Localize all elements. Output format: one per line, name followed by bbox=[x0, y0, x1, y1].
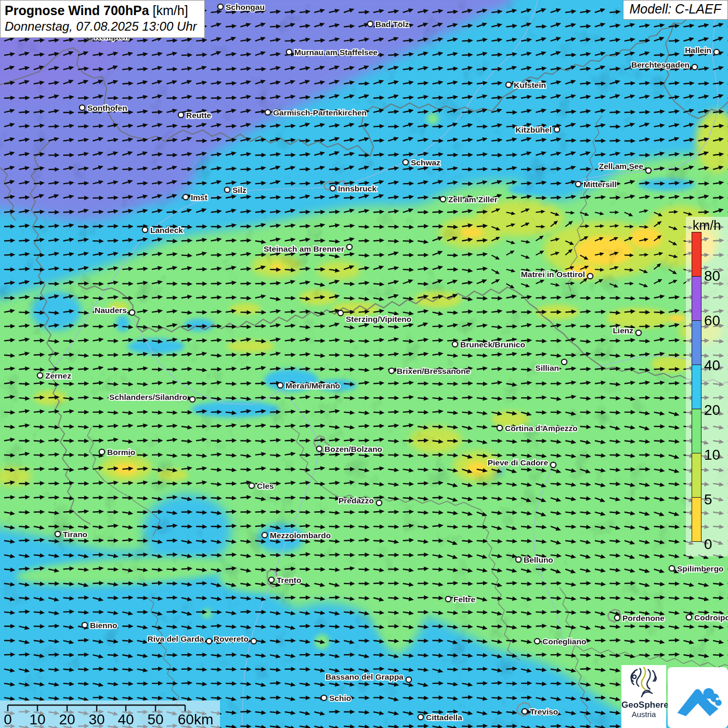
city-label: Bruneck/Brunico bbox=[460, 340, 525, 349]
scale-label: 60km bbox=[178, 711, 213, 727]
city-marker bbox=[588, 274, 593, 279]
city-marker bbox=[249, 483, 254, 488]
city-label: Schongau bbox=[226, 3, 265, 11]
city-marker bbox=[446, 596, 451, 602]
city-label: Cittadella bbox=[426, 713, 462, 722]
city-marker bbox=[80, 105, 85, 110]
title-box: Prognose Wind 700hPa [km/h] Donnerstag, … bbox=[0, 0, 205, 38]
legend-tick-label: 20 bbox=[704, 403, 728, 418]
city-marker bbox=[692, 64, 697, 70]
city-label: Tirano bbox=[63, 530, 87, 539]
city-marker bbox=[403, 160, 408, 165]
city-marker bbox=[376, 500, 382, 505]
city-marker bbox=[646, 168, 651, 173]
legend-segment bbox=[692, 276, 701, 321]
city-label: Bad Tölz bbox=[375, 20, 409, 29]
legend-segment bbox=[692, 320, 701, 365]
city-marker bbox=[37, 373, 43, 378]
city-label: Pordenone bbox=[622, 614, 665, 622]
city-marker bbox=[686, 615, 692, 620]
scale-label: 10 bbox=[29, 711, 45, 727]
city-marker bbox=[99, 449, 105, 454]
city-marker bbox=[452, 342, 458, 347]
city-label: Codroipo bbox=[694, 613, 728, 622]
city-label: Zernez bbox=[45, 371, 71, 380]
city-marker bbox=[251, 639, 256, 644]
city-label: Feltre bbox=[453, 595, 476, 604]
legend-segment bbox=[692, 365, 701, 409]
wind-forecast-map: SchongauBad TölzKemptenMurnau am Staffel… bbox=[0, 0, 728, 728]
city-label: Cortina d'Ampezzo bbox=[505, 424, 578, 433]
city-marker bbox=[669, 566, 674, 571]
city-marker bbox=[269, 577, 274, 582]
city-label: Brixen/Bressanone bbox=[397, 367, 471, 375]
city-label: Kitzbühel bbox=[515, 125, 552, 134]
city-label: Imst bbox=[191, 193, 207, 202]
city-marker bbox=[636, 330, 641, 335]
city-marker bbox=[497, 425, 502, 431]
city-label: Kufstein bbox=[514, 81, 546, 89]
wind-speed-legend: km/h 806040201050 bbox=[686, 217, 728, 556]
city-marker bbox=[615, 615, 620, 620]
geosphere-logo: GeoSphere Austria bbox=[621, 665, 666, 728]
city-marker bbox=[418, 714, 423, 720]
city-marker bbox=[278, 383, 283, 388]
city-label: Steinach am Brenner bbox=[264, 244, 344, 253]
title-unit: [km/h] bbox=[153, 3, 188, 18]
model-badge: Modell: C-LAEF bbox=[623, 0, 728, 20]
city-label: Cles bbox=[257, 482, 274, 490]
city-label: Schlanders/Silandro bbox=[109, 393, 187, 401]
legend-tick-label: 0 bbox=[704, 537, 728, 552]
city-label: Innsbruck bbox=[338, 184, 376, 193]
city-marker bbox=[265, 110, 270, 115]
city-marker bbox=[522, 709, 527, 714]
city-label: Bassano del Grappa bbox=[326, 672, 404, 681]
city-label: Spilimbergo bbox=[677, 564, 724, 573]
city-label: Garmisch-Partenkirchen bbox=[273, 108, 367, 117]
city-marker bbox=[714, 49, 719, 55]
legend-segment bbox=[692, 453, 701, 498]
city-label: Conegliano bbox=[542, 637, 586, 646]
legend-color-bar bbox=[692, 232, 701, 542]
legend-segment bbox=[692, 232, 701, 277]
title-heading: Prognose Wind 700hPa bbox=[5, 3, 149, 18]
city-label: Schwaz bbox=[411, 158, 440, 167]
city-marker bbox=[321, 695, 327, 700]
city-label: Bienno bbox=[90, 621, 118, 630]
city-label: Zell am Ziller bbox=[448, 195, 498, 204]
city-label: Mittersill bbox=[583, 180, 617, 189]
city-marker bbox=[330, 186, 335, 191]
city-label: Schio bbox=[329, 694, 351, 703]
city-label: Nauders bbox=[95, 306, 127, 315]
city-label: Reutte bbox=[186, 111, 212, 120]
city-marker bbox=[317, 446, 322, 451]
geosphere-contour-icon bbox=[627, 665, 660, 697]
city-marker bbox=[551, 462, 556, 467]
city-marker bbox=[406, 677, 411, 682]
city-marker bbox=[183, 194, 188, 200]
city-label: Landeck bbox=[150, 226, 183, 235]
city-marker bbox=[389, 368, 394, 373]
scale-ruler: 0102030405060km bbox=[0, 700, 220, 728]
city-marker bbox=[287, 49, 292, 55]
city-marker bbox=[506, 82, 511, 87]
city-label: Predazzo bbox=[339, 496, 374, 505]
mountain-cloud-icon bbox=[671, 671, 725, 725]
page-title: Prognose Wind 700hPa [km/h] bbox=[5, 3, 197, 18]
city-label: Meran/Merano bbox=[285, 381, 340, 390]
city-label: Zell am See bbox=[599, 162, 644, 171]
city-label: Bormio bbox=[107, 448, 135, 457]
city-label: Treviso bbox=[530, 707, 558, 716]
map-scale-bar: 0102030405060km bbox=[0, 700, 220, 728]
scale-label: 20 bbox=[59, 711, 75, 727]
city-label: Lienz bbox=[613, 326, 633, 335]
city-marker bbox=[576, 181, 581, 187]
geosphere-country: Austria bbox=[621, 710, 666, 719]
legend-unit-label: km/h bbox=[693, 218, 721, 233]
city-label: Sillian bbox=[535, 363, 559, 372]
city-marker bbox=[218, 4, 223, 9]
city-label: Sterzing/Vipiteno bbox=[346, 315, 411, 323]
legend-tick-label: 60 bbox=[704, 314, 728, 328]
city-label: Pieve di Cadore bbox=[488, 458, 549, 467]
city-label: Trento bbox=[277, 576, 301, 584]
